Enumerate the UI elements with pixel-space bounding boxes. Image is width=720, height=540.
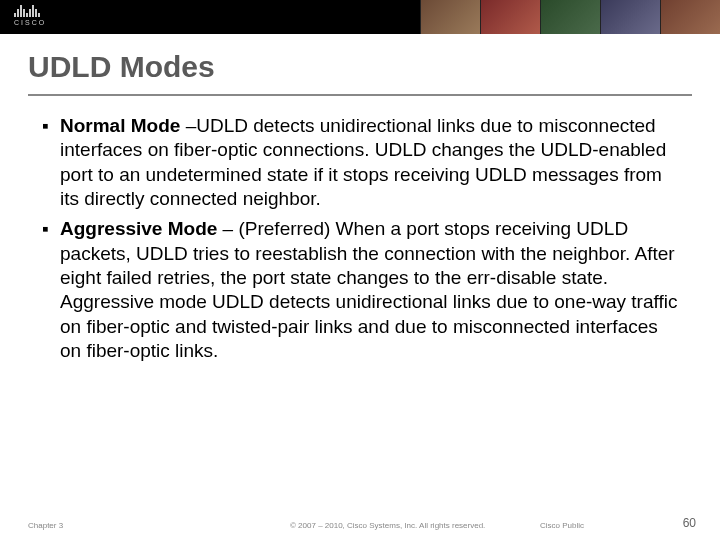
bullet-mark-icon: ▪ bbox=[42, 217, 60, 363]
footer-page-number: 60 bbox=[683, 516, 696, 530]
footer-public: Cisco Public bbox=[540, 521, 584, 530]
cisco-logo-text: CISCO bbox=[14, 19, 46, 26]
header-photo-strip bbox=[420, 0, 720, 34]
footer-copyright: © 2007 – 2010, Cisco Systems, Inc. All r… bbox=[290, 521, 485, 530]
slide-content: ▪ Normal Mode –UDLD detects unidirection… bbox=[0, 96, 720, 363]
slide-title: UDLD Modes bbox=[0, 34, 720, 88]
bullet-item: ▪ Aggressive Mode – (Preferred) When a p… bbox=[42, 217, 678, 363]
bullet-sep: – bbox=[180, 115, 196, 136]
bullet-bold: Normal Mode bbox=[60, 115, 180, 136]
cisco-bars-icon bbox=[14, 3, 46, 17]
bullet-sep: – bbox=[217, 218, 238, 239]
bullet-mark-icon: ▪ bbox=[42, 114, 60, 211]
cisco-logo: CISCO bbox=[14, 3, 46, 26]
bullet-item: ▪ Normal Mode –UDLD detects unidirection… bbox=[42, 114, 678, 211]
bullet-bold: Aggressive Mode bbox=[60, 218, 217, 239]
footer-chapter: Chapter 3 bbox=[28, 521, 63, 530]
bullet-rest: (Preferred) When a port stops receiving … bbox=[60, 218, 677, 361]
bullet-text: Normal Mode –UDLD detects unidirectional… bbox=[60, 114, 678, 211]
header-bar: CISCO bbox=[0, 0, 720, 34]
bullet-text: Aggressive Mode – (Preferred) When a por… bbox=[60, 217, 678, 363]
